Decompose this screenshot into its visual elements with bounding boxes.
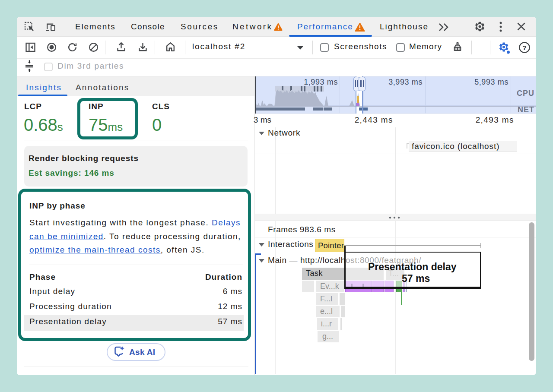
svg-text:?: ? [522,44,526,51]
